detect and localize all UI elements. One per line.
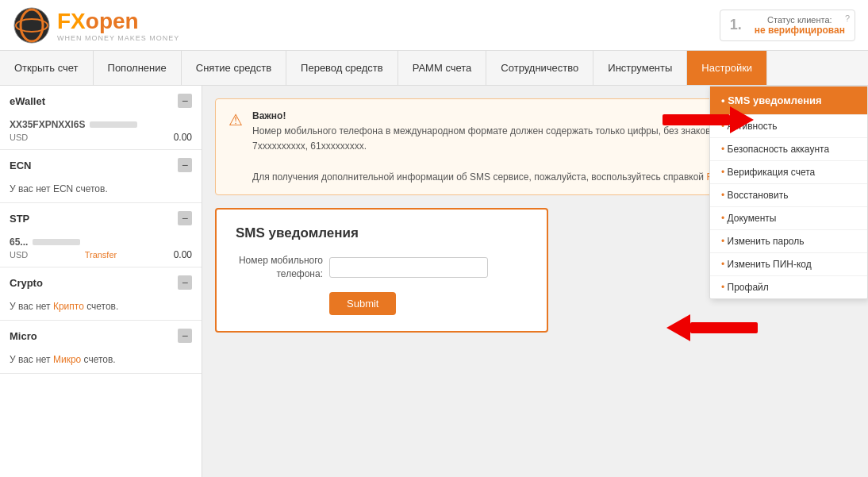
settings-item-documents[interactable]: Документы	[710, 206, 867, 229]
ewallet-balance: 0.00	[174, 132, 192, 143]
crypto-no-accounts-text: У вас нет	[10, 301, 53, 312]
phone-label: Номер мобильного телефона:	[236, 254, 323, 281]
ewallet-currency: USD	[10, 133, 28, 142]
client-status-box: ? 1. Статус клиента: не верифицирован	[720, 10, 855, 41]
micro-no-accounts-text: У вас нет	[10, 354, 53, 365]
stp-account-id: 65...	[10, 237, 28, 248]
logo-fx: FX	[57, 9, 86, 33]
stp-label: STP	[10, 213, 29, 225]
stp-transfer-link[interactable]: Transfer	[85, 250, 117, 260]
stp-currency: USD	[10, 250, 28, 260]
ewallet-label: eWallet	[10, 95, 45, 107]
logo-brand: FXopen	[57, 9, 179, 34]
warning-title: Важно!	[252, 110, 286, 121]
stp-balance-row: USD Transfer 0.00	[10, 249, 192, 260]
sms-form-title: SMS уведомления	[236, 225, 528, 241]
settings-item-change-password[interactable]: Изменить пароль	[710, 229, 867, 252]
navbar: Открыть счет Пополнение Снятие средств П…	[0, 51, 868, 86]
phone-input[interactable]	[329, 257, 488, 278]
client-status-value: не верифицирован	[755, 25, 845, 36]
arrow-left	[663, 308, 758, 345]
client-status-number: 1.	[730, 17, 742, 33]
phone-form-row: Номер мобильного телефона:	[236, 254, 528, 281]
micro-collapse-btn[interactable]: −	[178, 329, 192, 343]
sms-form-box: SMS уведомления Номер мобильного телефон…	[215, 208, 548, 333]
sidebar-section-header-micro: Micro −	[0, 321, 202, 351]
logo-area: FXopen WHEN MONEY MAKES MONEY	[13, 6, 179, 44]
nav-transfer[interactable]: Перевод средств	[286, 51, 398, 85]
stp-account-bar	[33, 239, 80, 245]
help-icon[interactable]: ?	[845, 13, 850, 23]
submit-button[interactable]: Submit	[329, 292, 396, 315]
nav-withdraw[interactable]: Снятие средств	[182, 51, 286, 85]
micro-link[interactable]: Микро	[53, 354, 81, 365]
stp-collapse-btn[interactable]: −	[178, 211, 192, 225]
header: FXopen WHEN MONEY MAKES MONEY ? 1. Стату…	[0, 0, 868, 51]
crypto-no-accounts-suffix: счетов.	[84, 301, 118, 312]
svg-rect-5	[690, 322, 758, 333]
content-wrapper: ⚠ Важно! Номер мобильного телефона в меж…	[202, 86, 868, 477]
nav-partnership[interactable]: Сотрудничество	[486, 51, 593, 85]
svg-rect-3	[663, 114, 730, 125]
logo-icon	[13, 6, 51, 44]
warning-icon: ⚠	[229, 110, 243, 185]
ecn-collapse-btn[interactable]: −	[178, 158, 192, 172]
nav-settings[interactable]: Настройки	[687, 51, 767, 85]
logo-tagline: WHEN MONEY MAKES MONEY	[57, 34, 179, 42]
ecn-label: ECN	[10, 160, 31, 171]
arrow-right	[663, 100, 758, 142]
ewallet-collapse-btn[interactable]: −	[178, 94, 192, 108]
warning-text1: Номер мобильного телефона в международно…	[252, 125, 678, 137]
warning-text3: Для получения дополнительной информации …	[252, 171, 704, 183]
ewallet-account-id: XX35FXPNXXI6S	[10, 119, 85, 130]
settings-item-change-pin[interactable]: Изменить ПИН-код	[710, 252, 867, 275]
crypto-no-accounts: У вас нет Крипто счетов.	[0, 298, 202, 320]
sidebar: eWallet − XX35FXPNXXI6S USD 0.00 ECN − У…	[0, 86, 202, 477]
main-layout: eWallet − XX35FXPNXXI6S USD 0.00 ECN − У…	[0, 86, 868, 477]
client-status-label: Статус клиента:	[755, 15, 845, 25]
sidebar-section-ecn: ECN − У вас нет ECN счетов.	[0, 150, 202, 203]
sidebar-section-crypto: Crypto − У вас нет Крипто счетов.	[0, 267, 202, 321]
crypto-collapse-btn[interactable]: −	[178, 275, 192, 290]
sidebar-section-header-crypto: Crypto −	[0, 267, 202, 298]
sidebar-section-stp: STP − 65... USD Transfer 0.00	[0, 203, 202, 267]
nav-tools[interactable]: Инструменты	[593, 51, 687, 85]
svg-marker-6	[666, 314, 690, 341]
crypto-link[interactable]: Крипто	[53, 301, 84, 312]
micro-label: Micro	[10, 330, 37, 342]
micro-no-accounts-suffix: счетов.	[81, 354, 115, 365]
nav-open-account[interactable]: Открыть счет	[0, 51, 94, 85]
sidebar-section-header-stp: STP −	[0, 203, 202, 233]
micro-no-accounts: У вас нет Микро счетов.	[0, 351, 202, 373]
ecn-no-accounts: У вас нет ECN счетов.	[0, 180, 202, 202]
stp-balance: 0.00	[174, 249, 192, 260]
stp-account: 65... USD Transfer 0.00	[0, 233, 202, 267]
ewallet-account-bar	[90, 121, 137, 128]
sidebar-section-micro: Micro − У вас нет Микро счетов.	[0, 321, 202, 374]
sidebar-section-header-ecn: ECN −	[0, 150, 202, 180]
nav-pamm[interactable]: РАММ счета	[398, 51, 487, 85]
nav-deposit[interactable]: Пополнение	[94, 51, 182, 85]
settings-item-restore[interactable]: Восстановить	[710, 183, 867, 206]
crypto-label: Crypto	[10, 277, 43, 289]
ewallet-balance-row: USD 0.00	[10, 132, 192, 143]
ewallet-account: XX35FXPNXXI6S USD 0.00	[0, 116, 202, 149]
svg-marker-4	[730, 106, 754, 133]
settings-item-verification[interactable]: Верификация счета	[710, 160, 867, 183]
settings-item-profile[interactable]: Профайл	[710, 275, 867, 298]
logo-open: open	[86, 9, 139, 33]
sidebar-section-header-ewallet: eWallet −	[0, 86, 202, 116]
sidebar-section-ewallet: eWallet − XX35FXPNXXI6S USD 0.00	[0, 86, 202, 150]
logo-text: FXopen WHEN MONEY MAKES MONEY	[57, 9, 179, 42]
